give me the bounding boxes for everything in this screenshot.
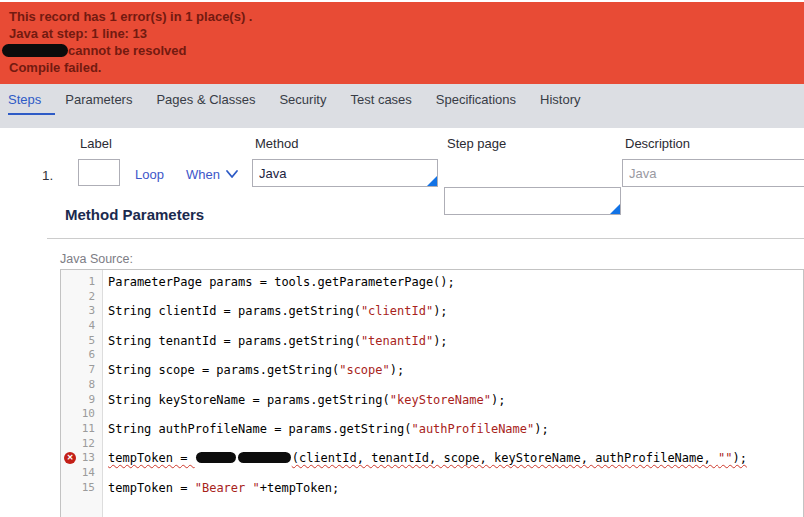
line-number: 1 xyxy=(61,275,103,290)
java-source-label: Java Source: xyxy=(60,252,133,266)
tab-test-cases[interactable]: Test cases xyxy=(350,92,425,115)
code-line: 10 xyxy=(61,407,803,422)
code-line: 15tempToken = "Bearer "+tempToken; xyxy=(61,481,803,496)
string-literal: "tenantId" xyxy=(361,334,433,348)
label-field-heading: Label xyxy=(80,136,112,151)
line-number: 6 xyxy=(61,348,103,363)
method-input[interactable] xyxy=(252,159,438,187)
line-number: 15 xyxy=(61,481,103,496)
line-number: 10 xyxy=(61,407,103,422)
description-field-heading: Description xyxy=(625,136,690,151)
line-number: 12 xyxy=(61,437,103,452)
code-line: 1ParameterPage params = tools.getParamet… xyxy=(61,275,803,290)
autocomplete-corner-icon xyxy=(427,176,437,186)
line-number: 14 xyxy=(61,466,103,481)
tab-parameters[interactable]: Parameters xyxy=(65,92,146,115)
line-number: 3 xyxy=(61,304,103,319)
code-line: 6 xyxy=(61,348,803,363)
string-literal: "authProfileName" xyxy=(411,422,534,436)
method-combobox[interactable] xyxy=(252,159,438,187)
redacted-class-name xyxy=(196,452,236,463)
code-line: 3String clientId = params.getString("cli… xyxy=(61,304,803,319)
tab-pages-classes[interactable]: Pages & Classes xyxy=(156,92,269,115)
line-number: 7 xyxy=(61,363,103,378)
code-line: 8 xyxy=(61,378,803,393)
banner-line-location: Java at step: 1 line: 13 xyxy=(9,25,795,42)
code-line-error: ✕13tempToken = (clientId, tenantId, scop… xyxy=(61,451,803,466)
steps-panel: 1. Label Loop When Method Step page Desc… xyxy=(8,128,804,517)
banner-line-summary: This record has 1 error(s) in 1 place(s)… xyxy=(9,8,795,25)
line-number: 5 xyxy=(61,334,103,349)
tab-specifications[interactable]: Specifications xyxy=(436,92,530,115)
method-parameters-heading: Method Parameters xyxy=(65,206,204,223)
tab-security[interactable]: Security xyxy=(279,92,340,115)
line-number: 9 xyxy=(61,393,103,408)
autocomplete-corner-icon xyxy=(610,204,620,214)
label-input[interactable] xyxy=(78,159,120,186)
tab-steps[interactable]: Steps xyxy=(8,92,55,115)
code-line: 4 xyxy=(61,319,803,334)
code-line: 9String keyStoreName = params.getString(… xyxy=(61,393,803,408)
string-literal: "keyStoreName" xyxy=(390,393,491,407)
code-line: 14 xyxy=(61,466,803,481)
line-number: 8 xyxy=(61,378,103,393)
when-link[interactable]: When xyxy=(186,167,220,182)
line-number: 11 xyxy=(61,422,103,437)
step-page-input[interactable] xyxy=(444,187,621,215)
section-divider xyxy=(47,238,804,239)
page: This record has 1 error(s) in 1 place(s)… xyxy=(0,0,804,517)
error-banner: This record has 1 error(s) in 1 place(s)… xyxy=(0,2,804,84)
code-line: 2 xyxy=(61,290,803,305)
code-line: 5String tenantId = params.getString("ten… xyxy=(61,334,803,349)
string-literal: "scope" xyxy=(339,363,390,377)
banner-line-message: cannot be resolved xyxy=(9,42,795,59)
code-line: 7String scope = params.getString("scope"… xyxy=(61,363,803,378)
string-literal: "" xyxy=(718,451,732,465)
java-source-editor[interactable]: 1ParameterPage params = tools.getParamet… xyxy=(60,269,804,517)
string-literal: "Bearer " xyxy=(195,481,260,495)
step-page-combobox[interactable] xyxy=(444,187,621,215)
banner-line-compile: Compile failed. xyxy=(9,59,795,76)
line-number: 2 xyxy=(61,290,103,305)
code-line: 12 xyxy=(61,437,803,452)
line-number: 4 xyxy=(61,319,103,334)
string-literal: "clientId" xyxy=(361,304,433,318)
method-field-heading: Method xyxy=(255,136,298,151)
step-row-number: 1. xyxy=(42,168,53,183)
tab-history[interactable]: History xyxy=(540,92,594,115)
loop-link[interactable]: Loop xyxy=(135,167,164,182)
tab-bar: Steps Parameters Pages & Classes Securit… xyxy=(0,84,804,128)
step-page-field-heading: Step page xyxy=(447,136,506,151)
description-input[interactable] xyxy=(622,159,804,187)
code-line: 11String authProfileName = params.getStr… xyxy=(61,422,803,437)
redacted-method-name xyxy=(238,452,291,463)
redacted-identifier xyxy=(2,44,68,57)
chevron-down-icon[interactable] xyxy=(224,166,240,186)
